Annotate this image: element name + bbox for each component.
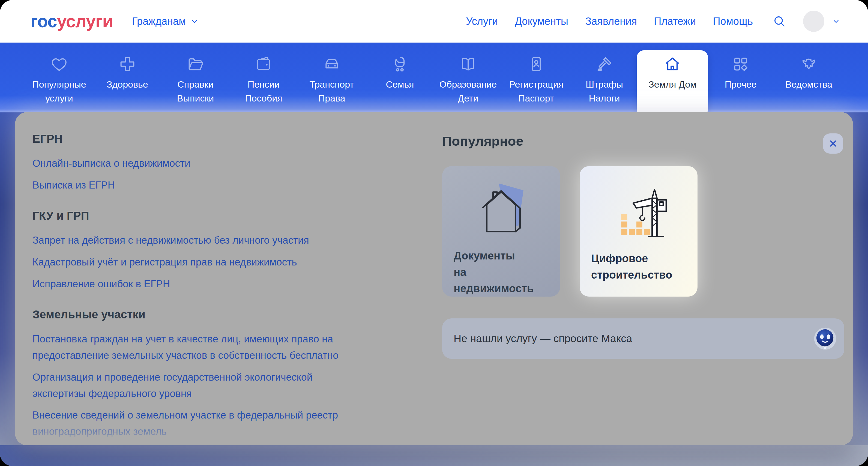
category-tab-education[interactable]: Образование Дети bbox=[434, 42, 502, 113]
chevron-down-icon bbox=[832, 17, 840, 25]
popular-title: Популярное bbox=[442, 133, 844, 149]
category-label: Ведомства bbox=[785, 77, 832, 91]
service-link[interactable]: Онлайн-выписка о недвижимости bbox=[32, 155, 364, 172]
nav-help[interactable]: Помощь bbox=[713, 15, 753, 27]
nav-documents[interactable]: Документы bbox=[515, 15, 568, 27]
search-button[interactable] bbox=[771, 15, 787, 28]
category-label: Справки Выписки bbox=[166, 77, 225, 105]
car-icon bbox=[323, 55, 341, 73]
dimmed-page-bottom bbox=[0, 445, 868, 466]
site-header: госуслуги Гражданам Услуги Документы Зая… bbox=[0, 0, 868, 42]
service-link[interactable]: Исправление ошибок в ЕГРН bbox=[32, 276, 364, 292]
avatar[interactable] bbox=[803, 11, 824, 32]
eagle-icon bbox=[800, 55, 818, 73]
section-title-land-plots: Земельные участки bbox=[32, 308, 431, 321]
gosuslugi-logo[interactable]: госуслуги bbox=[31, 12, 113, 30]
nav-payments[interactable]: Платежи bbox=[654, 15, 696, 27]
max-banner-text: Не нашли услугу — спросите Макса bbox=[454, 333, 632, 345]
category-tab-family[interactable]: Семья bbox=[366, 42, 434, 113]
section-title-egrn: ЕГРН bbox=[32, 132, 431, 146]
service-link[interactable]: Внесение сведений о земельном участке в … bbox=[32, 407, 364, 440]
nav-applications[interactable]: Заявления bbox=[585, 15, 637, 27]
section-title-gku-grp: ГКУ и ГРП bbox=[32, 209, 431, 222]
card-label-line2: строительство bbox=[591, 267, 686, 283]
category-tab-pensions[interactable]: Пенсии Пособия bbox=[229, 42, 298, 113]
category-tab-certificates[interactable]: Справки Выписки bbox=[161, 42, 230, 113]
id-card-icon bbox=[527, 55, 545, 73]
service-link[interactable]: Организация и проведение государственной… bbox=[32, 369, 364, 402]
logo-part-gos: гос bbox=[31, 11, 57, 31]
service-link[interactable]: Выписка из ЕГРН bbox=[32, 177, 364, 193]
category-label: Популярные услуги bbox=[30, 77, 89, 105]
audience-selector[interactable]: Гражданам bbox=[130, 15, 200, 28]
popular-cards: Документы на недвижимость bbox=[442, 166, 844, 297]
gavel-icon bbox=[595, 55, 614, 73]
profile-chevron[interactable] bbox=[830, 17, 842, 26]
services-column: ЕГРН Онлайн-выписка о недвижимости Выпис… bbox=[32, 112, 431, 445]
category-bar: Популярные услуги Здоровье Справки Выпис… bbox=[0, 42, 868, 113]
category-label: Пенсии Пособия bbox=[234, 77, 293, 105]
chevron-down-icon bbox=[191, 18, 198, 25]
category-tab-health[interactable]: Здоровье bbox=[93, 42, 161, 113]
category-label: Здоровье bbox=[107, 77, 148, 91]
category-label: Прочее bbox=[725, 77, 757, 91]
service-link[interactable]: Запрет на действия с недвижимостью без л… bbox=[32, 232, 364, 249]
card-label-line2: на недвижимость bbox=[454, 264, 549, 297]
category-tab-registration[interactable]: Регистрация Паспорт bbox=[502, 42, 570, 113]
max-assistant-banner[interactable]: Не нашли услугу — спросите Макса bbox=[442, 318, 844, 359]
service-link[interactable]: Кадастровый учёт и регистрация прав на н… bbox=[32, 254, 364, 270]
grid-diamond-icon bbox=[732, 55, 750, 73]
service-link[interactable]: Постановка граждан на учет в качестве ли… bbox=[32, 331, 364, 364]
audience-selector-label: Гражданам bbox=[132, 15, 186, 27]
card-label: Документы на недвижимость bbox=[442, 245, 560, 297]
category-tab-popular-services[interactable]: Популярные услуги bbox=[25, 42, 93, 113]
category-tab-agencies[interactable]: Ведомства bbox=[775, 42, 843, 113]
medical-cross-icon bbox=[118, 55, 136, 73]
nav-services[interactable]: Услуги bbox=[466, 15, 498, 27]
popular-column: Популярное bbox=[442, 112, 844, 359]
category-label: Транспорт Права bbox=[302, 77, 361, 105]
browser-viewport: госуслуги Гражданам Услуги Документы Зая… bbox=[0, 0, 868, 466]
category-tab-other[interactable]: Прочее bbox=[707, 42, 775, 113]
category-label: Образование Дети bbox=[439, 77, 498, 105]
max-robot-icon bbox=[813, 327, 837, 350]
land-home-dropdown-panel: ЕГРН Онлайн-выписка о недвижимости Выпис… bbox=[15, 112, 853, 445]
category-label: Регистрация Паспорт bbox=[507, 77, 566, 105]
card-digital-construction[interactable]: Цифровое строительство bbox=[580, 166, 698, 297]
category-tab-transport[interactable]: Транспорт Права bbox=[298, 42, 366, 113]
card-label-line1: Цифровое bbox=[591, 250, 686, 267]
open-folder-icon bbox=[187, 55, 205, 73]
category-label: Штрафы Налоги bbox=[575, 77, 634, 105]
house-document-icon bbox=[442, 166, 560, 245]
card-property-documents[interactable]: Документы на недвижимость bbox=[442, 166, 560, 297]
house-icon bbox=[663, 55, 681, 73]
close-icon bbox=[828, 138, 838, 148]
logo-part-uslugi: услуги bbox=[57, 11, 113, 31]
card-label: Цифровое строительство bbox=[580, 247, 698, 283]
card-label-line1: Документы bbox=[454, 247, 549, 264]
category-label: Семья bbox=[386, 77, 414, 91]
wallet-icon bbox=[254, 55, 273, 73]
stroller-icon bbox=[391, 55, 409, 73]
close-button[interactable] bbox=[823, 133, 843, 154]
heart-icon bbox=[50, 55, 68, 73]
open-book-icon bbox=[459, 55, 477, 73]
category-tab-land-home[interactable]: Земля Дом bbox=[638, 42, 707, 113]
category-tab-fines-taxes[interactable]: Штрафы Налоги bbox=[570, 42, 639, 113]
search-icon bbox=[773, 15, 786, 28]
construction-crane-icon bbox=[580, 166, 698, 247]
category-label: Земля Дом bbox=[648, 77, 696, 91]
header-nav: Услуги Документы Заявления Платежи Помощ… bbox=[466, 15, 753, 27]
